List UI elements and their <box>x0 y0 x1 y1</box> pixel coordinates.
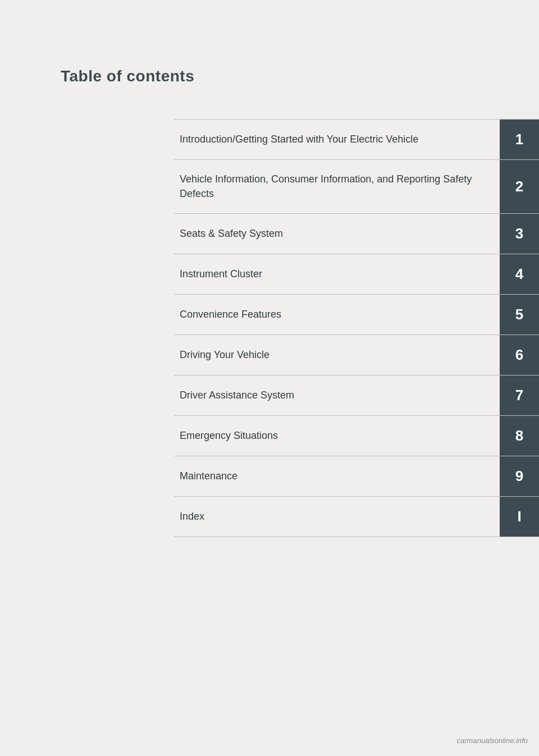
toc-row[interactable]: Seats & Safety System3 <box>174 214 539 254</box>
toc-label: Seats & Safety System <box>174 214 500 254</box>
toc-label: Emergency Situations <box>174 416 500 456</box>
toc-number-cell: 7 <box>500 375 539 416</box>
toc-label: Maintenance <box>174 456 500 497</box>
toc-number-cell: 1 <box>500 120 539 160</box>
toc-row[interactable]: Driving Your Vehicle6 <box>174 335 539 375</box>
toc-number-cell: 3 <box>500 214 539 254</box>
toc-number-cell: 8 <box>500 416 539 456</box>
toc-number-box: 3 <box>500 214 539 254</box>
toc-row[interactable]: Emergency Situations8 <box>174 416 539 456</box>
toc-number-cell: 6 <box>500 335 539 375</box>
toc-label: Vehicle Information, Consumer Informatio… <box>174 160 500 214</box>
toc-number-box: 4 <box>500 254 539 294</box>
toc-label: Index <box>174 497 500 537</box>
toc-row[interactable]: IndexI <box>174 497 539 537</box>
toc-number-box: 2 <box>500 160 539 213</box>
toc-number-cell: 5 <box>500 295 539 335</box>
toc-label: Driver Assistance System <box>174 375 500 416</box>
toc-number-box: 5 <box>500 295 539 335</box>
toc-row[interactable]: Maintenance9 <box>174 456 539 497</box>
toc-number-box: 1 <box>500 120 539 159</box>
toc-row[interactable]: Driver Assistance System7 <box>174 375 539 416</box>
page-title: Table of contents <box>61 67 539 85</box>
toc-label: Driving Your Vehicle <box>174 335 500 375</box>
toc-number-cell: I <box>500 497 539 537</box>
watermark: carmanualsonline.info <box>457 736 528 745</box>
title-area: Table of contents <box>0 0 539 119</box>
page-container: Table of contents Introduction/Getting S… <box>0 0 539 756</box>
toc-number-cell: 4 <box>500 254 539 295</box>
toc-row[interactable]: Convenience Features5 <box>174 295 539 335</box>
toc-label: Instrument Cluster <box>174 254 500 295</box>
toc-number-box: 8 <box>500 416 539 456</box>
toc-number-cell: 9 <box>500 456 539 497</box>
toc-row[interactable]: Vehicle Information, Consumer Informatio… <box>174 160 539 214</box>
toc-number-box: I <box>500 497 539 537</box>
toc-table: Introduction/Getting Started with Your E… <box>174 119 539 537</box>
toc-label: Convenience Features <box>174 295 500 335</box>
toc-number-cell: 2 <box>500 160 539 214</box>
toc-label: Introduction/Getting Started with Your E… <box>174 120 500 160</box>
toc-number-box: 6 <box>500 335 539 375</box>
toc-number-box: 9 <box>500 456 539 496</box>
toc-row[interactable]: Introduction/Getting Started with Your E… <box>174 120 539 160</box>
toc-number-box: 7 <box>500 375 539 415</box>
toc-row[interactable]: Instrument Cluster4 <box>174 254 539 295</box>
